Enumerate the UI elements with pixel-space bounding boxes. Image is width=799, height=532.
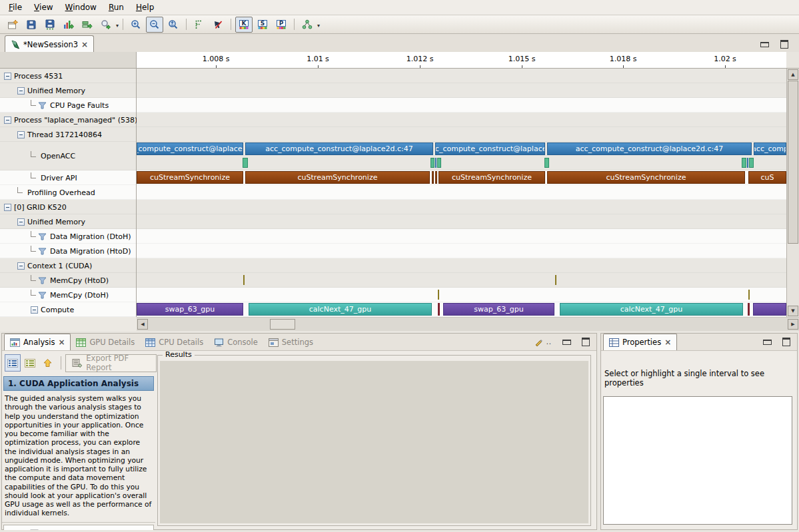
examine-gpu-usage-button[interactable]: Examine GPU Usage (3, 525, 154, 530)
menu-run[interactable]: Run (103, 1, 130, 14)
scroll-right-icon[interactable]: ▶ (788, 319, 798, 330)
menu-file[interactable]: File (3, 1, 28, 14)
interval-bar-swap[interactable] (753, 303, 786, 316)
interval-bar-acc-compute-construct-laplace2d-c-47[interactable]: acc_compute_construct@laplace2d.c:47 (547, 142, 752, 155)
interval-bar-custreamsynchronize[interactable]: cuStreamSynchronize (137, 171, 243, 184)
timeline-ruler[interactable]: 1.008 s1.01 s1.012 s1.015 s1.018 s1.02 s (137, 52, 786, 69)
tree-row-data-migration-htod[interactable]: Data Migration (HtoD) (0, 244, 136, 258)
menu-view[interactable]: View (28, 1, 59, 14)
interval-bar-custreamsynchronize[interactable]: cuStreamSynchronize (438, 171, 545, 184)
new-session-button[interactable] (4, 17, 21, 33)
interval-bar-cus[interactable]: cuS (748, 171, 786, 184)
minimize-icon[interactable] (760, 42, 769, 47)
scroll-up-icon[interactable]: ▲ (788, 69, 798, 80)
interval-bar-sync[interactable] (748, 303, 750, 316)
horizontal-scrollbar[interactable]: ◀ ▶ (137, 317, 799, 331)
collapse-minus-icon[interactable] (4, 73, 11, 80)
maximize-icon[interactable] (780, 40, 788, 49)
memcpy-interval-tick[interactable] (555, 275, 556, 285)
analysis-view-button[interactable] (299, 17, 316, 33)
tree-row-compute[interactable]: Compute (0, 302, 136, 317)
interval-bar-c-compute-construct-laplace-[interactable]: c_compute_construct@laplace... (137, 142, 243, 155)
maximize-icon[interactable] (782, 338, 790, 346)
collapse-minus-icon[interactable] (17, 131, 25, 138)
maximize-icon[interactable] (582, 338, 590, 346)
tab-cpu-details[interactable]: CPU Details (140, 334, 209, 350)
tree-row-process-laplace-managed[interactable]: Process "laplace_managed" (538) (0, 113, 136, 127)
tree-row-context-1-cuda[interactable]: Context 1 (CUDA) (0, 258, 136, 273)
tree-row-memcpy-htod[interactable]: MemCpy (HtoD) (0, 273, 136, 288)
tree-row-unified-memory-cpu[interactable]: Unified Memory (0, 83, 136, 98)
interval-bar-custreamsynchronize[interactable]: cuStreamSynchronize (245, 171, 430, 184)
memcpy-interval-tick[interactable] (748, 290, 750, 300)
horizontal-scroll-thumb[interactable] (270, 319, 295, 330)
collapse-minus-icon[interactable] (4, 117, 11, 124)
openacc-wait-mark[interactable] (749, 158, 754, 168)
interval-bar-acc-compute-construct-laplace-[interactable]: acc_compute_construct@laplace... (435, 142, 545, 155)
collapse-minus-icon[interactable] (4, 204, 11, 211)
interval-bar-sync[interactable] (438, 303, 440, 316)
interval-bar-swap-63-gpu[interactable]: swap_63_gpu (137, 303, 243, 316)
session-tab[interactable]: *NewSession3 × (5, 35, 94, 53)
vertical-scroll-thumb[interactable] (788, 81, 798, 244)
tree-row-process-4531[interactable]: Process 4531 (0, 69, 136, 83)
interval-bar-calcnext-47-gpu[interactable]: calcNext_47_gpu (249, 303, 432, 316)
marker-pointer-button[interactable] (209, 17, 227, 33)
dropdown-caret-icon[interactable]: ▾ (317, 23, 320, 29)
tab-analysis[interactable]: Analysis× (4, 334, 71, 350)
zoom-tool-button[interactable] (97, 17, 115, 33)
tree-row-grid-k520[interactable]: [0] GRID K520 (0, 200, 136, 214)
back-up-analysis-button[interactable] (39, 354, 55, 372)
interval-bar-swap-63-gpu[interactable]: swap_63_gpu (443, 303, 554, 316)
tab-properties[interactable]: Properties × (603, 334, 677, 350)
collapse-minus-icon[interactable] (17, 218, 25, 226)
tab-gpu-details[interactable]: GPU Details (71, 334, 140, 350)
collapse-minus-icon[interactable] (17, 87, 25, 95)
tree-row-thread-3172140864[interactable]: Thread 3172140864 (0, 127, 136, 142)
view-menu-dots[interactable]: .. (546, 338, 552, 346)
generate-timeline-button[interactable] (60, 17, 77, 33)
openacc-wait-mark[interactable] (437, 158, 441, 168)
memcpy-interval-tick[interactable] (243, 275, 245, 285)
interval-bar-driver[interactable] (432, 171, 434, 184)
interval-bar-acc-compute-construct-laplace2d-c-47[interactable]: acc_compute_construct@laplace2d.c:47 (245, 142, 433, 155)
save-session-button[interactable] (23, 17, 40, 33)
process-coloring-button[interactable]: P (273, 17, 290, 33)
tree-row-openacc[interactable]: OpenACC (0, 142, 136, 170)
scroll-down-icon[interactable]: ▼ (788, 306, 798, 316)
menu-help[interactable]: Help (130, 1, 160, 14)
tab-console[interactable]: Console (209, 334, 263, 350)
openacc-wait-mark[interactable] (435, 158, 436, 168)
tree-row-data-migration-dtoh[interactable]: Data Migration (DtoH) (0, 229, 136, 244)
menu-window[interactable]: Window (59, 1, 103, 14)
collapse-minus-icon[interactable] (31, 306, 38, 314)
zoom-in-button[interactable] (127, 17, 145, 33)
save-all-button[interactable] (41, 17, 59, 33)
tab-settings[interactable]: Settings (263, 334, 319, 350)
dropdown-caret-icon[interactable]: ▾ (116, 23, 119, 29)
guided-analysis-mode-button[interactable] (5, 354, 21, 372)
tree-row-profiling-overhead[interactable]: Profiling Overhead (0, 185, 136, 200)
zoom-out-button[interactable] (146, 17, 163, 33)
interval-bar-acc-comp[interactable]: acc_comp (754, 142, 786, 155)
interval-bar-custreamsynchronize[interactable]: cuStreamSynchronize (547, 171, 745, 184)
interval-bar-calcnext-47-gpu[interactable]: calcNext_47_gpu (560, 303, 743, 316)
marker-ruler-button[interactable] (191, 17, 208, 33)
openacc-wait-mark[interactable] (742, 158, 746, 168)
openacc-wait-mark[interactable] (544, 158, 549, 168)
tree-row-unified-memory-gpu[interactable]: Unified Memory (0, 214, 136, 229)
stream-coloring-button[interactable]: S (254, 17, 271, 33)
tree-row-driver-api[interactable]: Driver API (0, 170, 136, 185)
run-application-button[interactable] (79, 17, 96, 33)
tree-row-memcpy-dtoh[interactable]: MemCpy (DtoH) (0, 288, 136, 302)
export-pdf-report-button[interactable]: Export PDF Report (65, 354, 157, 372)
close-icon[interactable]: × (58, 339, 65, 346)
unguided-analysis-mode-button[interactable] (22, 354, 38, 372)
interval-bar-driver[interactable] (435, 171, 437, 184)
openacc-wait-mark[interactable] (430, 158, 434, 168)
memcpy-interval-tick[interactable] (438, 290, 439, 300)
close-icon[interactable]: × (664, 339, 671, 346)
zoom-fit-button[interactable] (165, 17, 182, 33)
minimize-icon[interactable] (763, 340, 772, 345)
minimize-icon[interactable] (562, 340, 571, 345)
